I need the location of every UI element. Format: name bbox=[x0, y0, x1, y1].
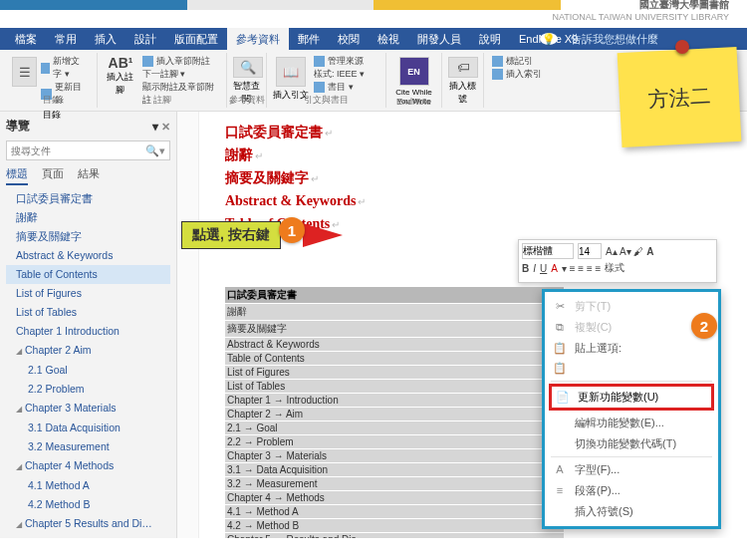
toc-entry[interactable]: 摘要及關鍵字.... bbox=[225, 321, 564, 338]
ribbon-group-citations: 📖 插入引文 管理來源 樣式: IEEE ▾ 書目 ▾ 引文與書目 bbox=[267, 53, 386, 108]
tab-郵件[interactable]: 郵件 bbox=[289, 28, 329, 50]
toc-entry[interactable]: List of Figures.... bbox=[225, 366, 564, 380]
menu-insert-symbol[interactable]: 插入符號(S) bbox=[545, 501, 718, 522]
toc-entry[interactable]: 謝辭.... bbox=[225, 304, 564, 321]
toc-entry[interactable]: 4.2 → Method B.... bbox=[225, 519, 564, 533]
toc-field: 口試委員審定書....謝辭....摘要及關鍵字....Abstract & Ke… bbox=[225, 287, 564, 538]
instruction-callout: 點選, 按右鍵 bbox=[181, 221, 281, 249]
toc-entry[interactable]: 2.1 → Goal.... bbox=[225, 421, 564, 435]
tab-檢視[interactable]: 檢視 bbox=[369, 28, 408, 50]
menu-paste-options[interactable]: 📋貼上選項: bbox=[545, 338, 718, 359]
ribbon-group-endnote: EN Cite While You Write EndNote bbox=[386, 53, 442, 108]
menu-toggle-codes[interactable]: 切換功能變數代碼(T) bbox=[545, 433, 718, 454]
tab-版面配置[interactable]: 版面配置 bbox=[165, 28, 227, 50]
pushpin-icon bbox=[675, 40, 689, 54]
toc-entry[interactable]: Chapter 3 → Materials.... bbox=[225, 449, 564, 463]
insert-citation-icon[interactable]: 📖 bbox=[276, 57, 306, 87]
search-icon[interactable]: 🔍▾ bbox=[145, 144, 165, 157]
toc-entry[interactable]: Abstract & Keywords.... bbox=[225, 338, 564, 352]
ribbon-group-caption: 🏷 插入標號 bbox=[442, 53, 484, 108]
ribbon-tabs: 檔案常用插入設計版面配置參考資料郵件校閱檢視開發人員說明EndNote X9💡告… bbox=[0, 28, 747, 50]
nav-tree-item[interactable]: 2.1 Goal bbox=[6, 361, 170, 380]
ribbon-group-footnote: AB¹ 插入註腳 插入章節附註 下一註腳 ▾ 顯示附註及章節附註 註腳 bbox=[98, 53, 227, 108]
menu-cut: ✂剪下(T) bbox=[545, 296, 718, 317]
tab-參考資料[interactable]: 參考資料 bbox=[227, 28, 289, 50]
nav-tree: 口試委員審定書謝辭摘要及關鍵字Abstract & KeywordsTable … bbox=[6, 189, 170, 534]
step-badge-1: 1 bbox=[279, 217, 305, 243]
bulb-icon: 💡 bbox=[540, 33, 558, 45]
toc-entry[interactable]: 4.1 → Method A.... bbox=[225, 505, 564, 519]
mini-size[interactable] bbox=[578, 243, 602, 259]
nav-tree-item[interactable]: 4.2 Method B bbox=[6, 495, 170, 514]
toc-entry[interactable]: 2.2 → Problem.... bbox=[225, 435, 564, 449]
nav-tree-item[interactable]: 3.1 Data Acquisition bbox=[6, 419, 170, 437]
nav-tree-item[interactable]: Table of Contents bbox=[6, 265, 170, 284]
menu-font[interactable]: A字型(F)... bbox=[545, 459, 718, 480]
toc-entry[interactable]: 3.2 → Measurement.... bbox=[225, 477, 564, 491]
tab-說明[interactable]: 說明 bbox=[470, 28, 510, 50]
nav-tree-item[interactable]: 摘要及關鍵字 bbox=[6, 227, 170, 246]
toc-entry[interactable]: Chapter 5 → Results and Dis.... bbox=[225, 533, 564, 538]
nav-tab[interactable]: 頁面 bbox=[42, 166, 64, 185]
tab-常用[interactable]: 常用 bbox=[46, 28, 86, 50]
toc-entry[interactable]: 3.1 → Data Acquisition.... bbox=[225, 463, 564, 477]
menu-edit-field[interactable]: 編輯功能變數(E)... bbox=[545, 413, 718, 433]
nav-tree-item[interactable]: 謝辭 bbox=[6, 208, 170, 227]
toc-entry[interactable]: List of Tables.... bbox=[225, 380, 564, 394]
document-body: 口試委員審定書謝辭摘要及關鍵字Abstract & KeywordsTable … bbox=[199, 112, 747, 538]
nav-tabs: 標題頁面結果 bbox=[6, 166, 170, 185]
tab-檔案[interactable]: 檔案 bbox=[6, 28, 46, 50]
nav-tree-item[interactable]: List of Figures bbox=[6, 284, 170, 303]
menu-update-field[interactable]: 📄更新功能變數(U) bbox=[549, 384, 714, 411]
clipboard-icon: 📋 bbox=[553, 362, 567, 376]
nav-tree-item[interactable]: ◢Chapter 4 Methods bbox=[6, 456, 170, 476]
toc-entry[interactable]: Chapter 2 → Aim.... bbox=[225, 408, 564, 421]
nav-search: 🔍▾ bbox=[6, 140, 170, 160]
tab-開發人員[interactable]: 開發人員 bbox=[408, 28, 470, 50]
refresh-icon: 📄 bbox=[556, 391, 570, 405]
ribbon-group-toc: ☰ 新增文字 ▾ 更新目錄 目錄 目錄 bbox=[6, 53, 98, 108]
toc-entry[interactable]: 口試委員審定書.... bbox=[225, 287, 564, 304]
paragraph-icon: ≡ bbox=[553, 484, 567, 498]
tab-插入[interactable]: 插入 bbox=[86, 28, 125, 50]
nav-tree-item[interactable]: List of Tables bbox=[6, 303, 170, 322]
paste-icon: 📋 bbox=[553, 342, 567, 356]
document-heading[interactable]: Abstract & Keywords bbox=[225, 190, 721, 213]
styles-icon[interactable]: 樣式 bbox=[605, 261, 624, 275]
nav-tree-item[interactable]: ◢Chapter 5 Results and Di… bbox=[6, 514, 170, 534]
nav-tab[interactable]: 標題 bbox=[6, 166, 28, 185]
nav-tree-item[interactable]: 口試委員審定書 bbox=[6, 189, 170, 208]
insert-caption-icon[interactable]: 🏷 bbox=[448, 57, 478, 78]
smart-lookup-icon[interactable]: 🔍 bbox=[233, 57, 263, 78]
close-icon[interactable]: ✕ bbox=[161, 121, 170, 133]
nav-tree-item[interactable]: 3.2 Measurement bbox=[6, 437, 170, 456]
endnote-icon[interactable]: EN bbox=[399, 57, 429, 86]
document-heading[interactable]: 摘要及關鍵字 bbox=[225, 167, 721, 190]
toc-entry[interactable]: Table of Contents.... bbox=[225, 352, 564, 366]
mini-font[interactable] bbox=[522, 243, 574, 259]
copy-icon: ⧉ bbox=[553, 321, 567, 335]
nav-tree-item[interactable]: ◢Chapter 3 Materials bbox=[6, 399, 170, 419]
tab-設計[interactable]: 設計 bbox=[125, 28, 165, 50]
ribbon-group-index: 標記引 插入索引 bbox=[484, 53, 554, 108]
vertical-ruler bbox=[177, 112, 199, 538]
tab-校閱[interactable]: 校閱 bbox=[329, 28, 369, 50]
nav-tree-item[interactable]: ◢Chapter 2 Aim bbox=[6, 341, 170, 361]
document-heading[interactable]: 謝辭 bbox=[225, 144, 721, 167]
sticky-note: 方法二 bbox=[618, 47, 742, 147]
step-badge-2: 2 bbox=[691, 313, 717, 339]
add-text[interactable]: 新增文字 ▾ bbox=[39, 55, 91, 81]
toc-entry[interactable]: Chapter 4 → Methods.... bbox=[225, 491, 564, 505]
nav-tree-item[interactable]: Chapter 1 Introduction bbox=[6, 322, 170, 341]
mini-toolbar[interactable]: A▴ A▾ 🖌 A B I U A ▾ ≡ ≡ ≡ ≡ 樣式 bbox=[518, 239, 717, 283]
nav-tab[interactable]: 結果 bbox=[78, 166, 100, 185]
toc-icon[interactable]: ☰ bbox=[12, 57, 37, 87]
nav-tree-item[interactable]: 4.1 Method A bbox=[6, 476, 170, 495]
red-arrow-icon bbox=[303, 223, 343, 247]
toc-entry[interactable]: Chapter 1 → Introduction.... bbox=[225, 394, 564, 408]
nav-tree-item[interactable]: 2.2 Problem bbox=[6, 380, 170, 399]
menu-paragraph[interactable]: ≡段落(P)... bbox=[545, 480, 718, 501]
search-input[interactable] bbox=[11, 145, 145, 156]
nav-tree-item[interactable]: Abstract & Keywords bbox=[6, 246, 170, 265]
scissors-icon: ✂ bbox=[553, 300, 567, 314]
